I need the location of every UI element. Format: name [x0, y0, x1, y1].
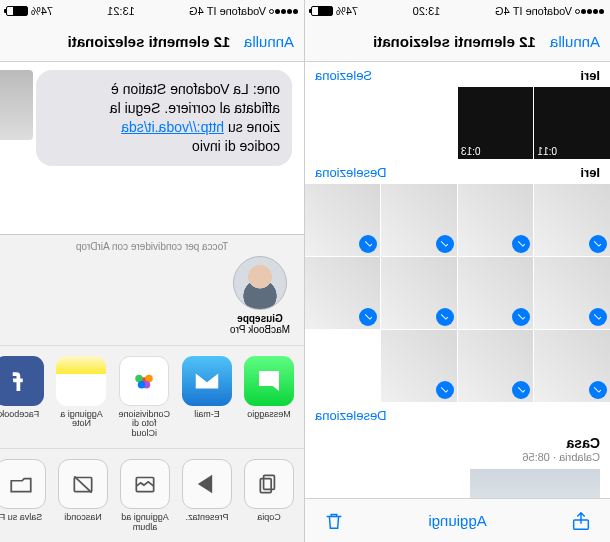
hide-icon: [58, 459, 108, 509]
video-thumb[interactable]: 0:13: [458, 87, 534, 159]
battery-icon: [311, 6, 333, 16]
photo-thumb[interactable]: [535, 330, 611, 402]
action-hide[interactable]: Nascondi: [58, 459, 108, 532]
photo-thumb[interactable]: [458, 330, 534, 402]
photo-thumb[interactable]: [305, 257, 381, 329]
notes-icon: [56, 356, 106, 406]
photos-screen: Vodafone IT 4G 13:20 74% Annulla 12 elem…: [305, 0, 610, 542]
check-icon: [436, 235, 454, 253]
share-messages[interactable]: Messaggio: [244, 356, 294, 438]
select-button[interactable]: Seleziona: [315, 68, 372, 83]
signal-icon: [269, 9, 298, 14]
play-icon: [182, 459, 232, 509]
svg-line-10: [74, 477, 91, 493]
action-save-files[interactable]: Salva su F: [0, 459, 46, 532]
photo-thumb[interactable]: [535, 184, 611, 256]
photo-thumb[interactable]: [382, 184, 458, 256]
share-icon[interactable]: [570, 510, 592, 532]
check-icon: [513, 381, 531, 399]
deselect-button[interactable]: Deseleziona: [315, 408, 387, 423]
moment-location: Casa: [315, 435, 600, 451]
cancel-button[interactable]: Annulla: [550, 33, 600, 50]
status-bar: Vodafone IT 4G 13:20 74%: [305, 0, 610, 22]
deselect-button[interactable]: Deseleziona: [315, 165, 387, 180]
section-label: Ieri: [580, 68, 600, 83]
check-icon: [513, 308, 531, 326]
nav-bar: Annulla 12 elementi selezionati: [0, 22, 304, 62]
trash-icon[interactable]: [323, 510, 345, 532]
share-content: one: La Vodafone Station è affidata al c…: [0, 62, 304, 542]
carrier-label: Vodafone IT: [207, 5, 266, 17]
photo-thumb[interactable]: [458, 257, 534, 329]
share-screen: Vodafone IT 4G 13:21 74% Annulla 12 elem…: [0, 0, 305, 542]
photo-thumb[interactable]: [382, 330, 458, 402]
photo-thumb[interactable]: [470, 469, 600, 498]
check-icon: [589, 235, 607, 253]
clock: 13:20: [413, 5, 441, 17]
preview-thumb[interactable]: [0, 70, 33, 140]
check-icon: [436, 381, 454, 399]
messages-icon: [244, 356, 294, 406]
check-icon: [436, 308, 454, 326]
network-label: 4G: [495, 5, 510, 17]
mail-icon: [182, 356, 232, 406]
network-label: 4G: [189, 5, 204, 17]
battery-percent: 74%: [31, 5, 53, 17]
message-bubble: one: La Vodafone Station è affidata al c…: [36, 70, 292, 166]
share-sheet: Tocca per condividere con AirDrop Giusep…: [0, 234, 304, 542]
video-thumb[interactable]: 0:11: [535, 87, 611, 159]
nav-title: 12 elementi selezionati: [373, 33, 536, 50]
share-mail[interactable]: E-mail: [182, 356, 232, 438]
nav-bar: Annulla 12 elementi selezionati: [305, 22, 610, 62]
album-icon: [120, 459, 170, 509]
moment-subtitle: Calabria · 08:56: [315, 451, 600, 463]
check-icon: [589, 381, 607, 399]
check-icon: [589, 308, 607, 326]
cancel-button[interactable]: Annulla: [244, 33, 294, 50]
photo-thumb[interactable]: [458, 184, 534, 256]
svg-rect-7: [260, 479, 271, 493]
section-label: Ieri: [580, 165, 600, 180]
photo-thumb[interactable]: [535, 257, 611, 329]
action-add-album[interactable]: Aggiungi ad album: [120, 459, 170, 532]
battery-percent: 74%: [336, 5, 358, 17]
action-copy[interactable]: Copia: [244, 459, 294, 532]
clock: 13:21: [107, 5, 135, 17]
avatar: [233, 256, 287, 310]
signal-icon: [575, 9, 604, 14]
carrier-label: Vodafone IT: [513, 5, 572, 17]
photos-icon: [119, 356, 169, 406]
svg-rect-6: [264, 475, 275, 489]
check-icon: [360, 235, 378, 253]
share-notes[interactable]: Aggiungi a Note: [56, 356, 106, 438]
sms-link[interactable]: http://voda.it/sda: [121, 119, 224, 135]
battery-icon: [6, 6, 28, 16]
svg-point-5: [138, 381, 146, 389]
status-bar: Vodafone IT 4G 13:21 74%: [0, 0, 304, 22]
check-icon: [360, 308, 378, 326]
facebook-icon: [0, 356, 44, 406]
airdrop-hint: Tocca per condividere con AirDrop: [0, 235, 304, 256]
copy-icon: [244, 459, 294, 509]
check-icon: [513, 235, 531, 253]
airdrop-target[interactable]: GiuseppeMacBook Pro: [228, 256, 292, 335]
share-icloud-photos[interactable]: Condivisione foto di iCloud: [118, 356, 170, 438]
photo-thumb[interactable]: [305, 184, 381, 256]
add-to-button[interactable]: Aggiungi: [428, 512, 486, 529]
share-facebook[interactable]: Facebook: [0, 356, 44, 438]
photo-thumb[interactable]: [382, 257, 458, 329]
bottom-toolbar: Aggiungi: [305, 498, 610, 542]
nav-title: 12 elementi selezionati: [68, 33, 231, 50]
photos-content: Ieri Seleziona 0:11 0:13 Ieri Deselezion…: [305, 62, 610, 498]
action-slideshow[interactable]: Presentaz.: [182, 459, 232, 532]
folder-icon: [0, 459, 46, 509]
